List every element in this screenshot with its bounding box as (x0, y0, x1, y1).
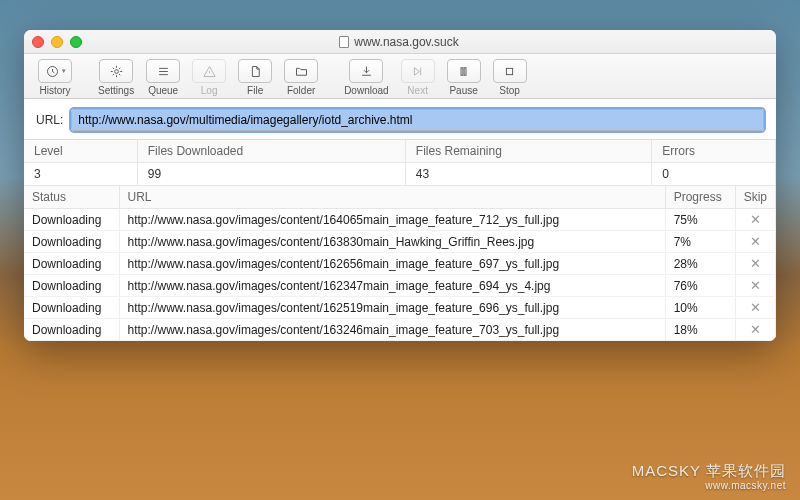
row-url: http://www.nasa.gov/images/content/16324… (119, 319, 665, 341)
stop-button[interactable]: Stop (489, 59, 531, 96)
row-progress: 7% (665, 231, 735, 253)
table-row[interactable]: Downloadinghttp://www.nasa.gov/images/co… (24, 297, 776, 319)
folder-button[interactable]: Folder (280, 59, 322, 96)
traffic-lights (32, 36, 82, 48)
row-status: Downloading (24, 297, 119, 319)
watermark-line2: www.macsky.net (632, 480, 786, 492)
row-url: http://www.nasa.gov/images/content/16383… (119, 231, 665, 253)
row-status: Downloading (24, 231, 119, 253)
row-url: http://www.nasa.gov/images/content/16406… (119, 209, 665, 231)
row-status: Downloading (24, 275, 119, 297)
svg-rect-2 (461, 67, 463, 75)
stats-header-downloaded: Files Downloaded (137, 140, 405, 163)
skip-button[interactable]: ✕ (744, 300, 767, 315)
downloads-table: Status URL Progress Skip Downloadinghttp… (24, 186, 776, 341)
file-button[interactable]: File (234, 59, 276, 96)
settings-button[interactable]: Settings (94, 59, 138, 96)
watermark-line1: MACSKY 苹果软件园 (632, 462, 786, 480)
col-progress[interactable]: Progress (665, 186, 735, 209)
svg-rect-3 (464, 67, 466, 75)
zoom-icon[interactable] (70, 36, 82, 48)
clock-icon (38, 59, 72, 83)
row-progress: 75% (665, 209, 735, 231)
row-url: http://www.nasa.gov/images/content/16251… (119, 297, 665, 319)
app-window: www.nasa.gov.suck History Settings Queue… (24, 30, 776, 341)
download-icon (349, 59, 383, 83)
table-row[interactable]: Downloadinghttp://www.nasa.gov/images/co… (24, 275, 776, 297)
pause-icon (447, 59, 481, 83)
folder-icon (284, 59, 318, 83)
row-progress: 18% (665, 319, 735, 341)
table-row[interactable]: Downloadinghttp://www.nasa.gov/images/co… (24, 253, 776, 275)
next-button[interactable]: Next (397, 59, 439, 96)
col-url[interactable]: URL (119, 186, 665, 209)
table-row[interactable]: Downloadinghttp://www.nasa.gov/images/co… (24, 231, 776, 253)
row-status: Downloading (24, 253, 119, 275)
document-icon (339, 36, 349, 48)
row-url: http://www.nasa.gov/images/content/16234… (119, 275, 665, 297)
skip-button[interactable]: ✕ (744, 278, 767, 293)
watermark: MACSKY 苹果软件园 www.macsky.net (632, 462, 786, 492)
skip-button[interactable]: ✕ (744, 322, 767, 337)
table-row[interactable]: Downloadinghttp://www.nasa.gov/images/co… (24, 319, 776, 341)
stats-panel: Level Files Downloaded Files Remaining E… (24, 140, 776, 186)
history-button[interactable]: History (34, 59, 76, 96)
skip-button[interactable]: ✕ (744, 234, 767, 249)
stats-header-level: Level (24, 140, 137, 163)
url-label: URL: (36, 113, 63, 127)
url-input[interactable] (71, 109, 764, 131)
titlebar: www.nasa.gov.suck (24, 30, 776, 54)
col-skip[interactable]: Skip (735, 186, 775, 209)
log-button[interactable]: Log (188, 59, 230, 96)
col-status[interactable]: Status (24, 186, 119, 209)
queue-icon (146, 59, 180, 83)
row-status: Downloading (24, 319, 119, 341)
stats-value-remaining: 43 (405, 163, 652, 186)
skip-button[interactable]: ✕ (744, 212, 767, 227)
url-row: URL: (24, 99, 776, 140)
stats-header-errors: Errors (652, 140, 776, 163)
pause-button[interactable]: Pause (443, 59, 485, 96)
window-title: www.nasa.gov.suck (82, 35, 716, 49)
next-icon (401, 59, 435, 83)
gear-icon (99, 59, 133, 83)
window-title-text: www.nasa.gov.suck (354, 35, 459, 49)
minimize-icon[interactable] (51, 36, 63, 48)
warning-icon (192, 59, 226, 83)
file-icon (238, 59, 272, 83)
toolbar: History Settings Queue Log File Fol (24, 54, 776, 99)
download-button[interactable]: Download (340, 59, 392, 96)
row-url: http://www.nasa.gov/images/content/16265… (119, 253, 665, 275)
queue-button[interactable]: Queue (142, 59, 184, 96)
row-progress: 76% (665, 275, 735, 297)
table-row[interactable]: Downloadinghttp://www.nasa.gov/images/co… (24, 209, 776, 231)
stats-value-errors: 0 (652, 163, 776, 186)
stats-value-level: 3 (24, 163, 137, 186)
skip-button[interactable]: ✕ (744, 256, 767, 271)
stats-value-downloaded: 99 (137, 163, 405, 186)
close-icon[interactable] (32, 36, 44, 48)
stats-header-remaining: Files Remaining (405, 140, 652, 163)
svg-rect-4 (507, 68, 513, 74)
stop-icon (493, 59, 527, 83)
row-progress: 28% (665, 253, 735, 275)
row-status: Downloading (24, 209, 119, 231)
svg-point-1 (114, 69, 118, 73)
row-progress: 10% (665, 297, 735, 319)
